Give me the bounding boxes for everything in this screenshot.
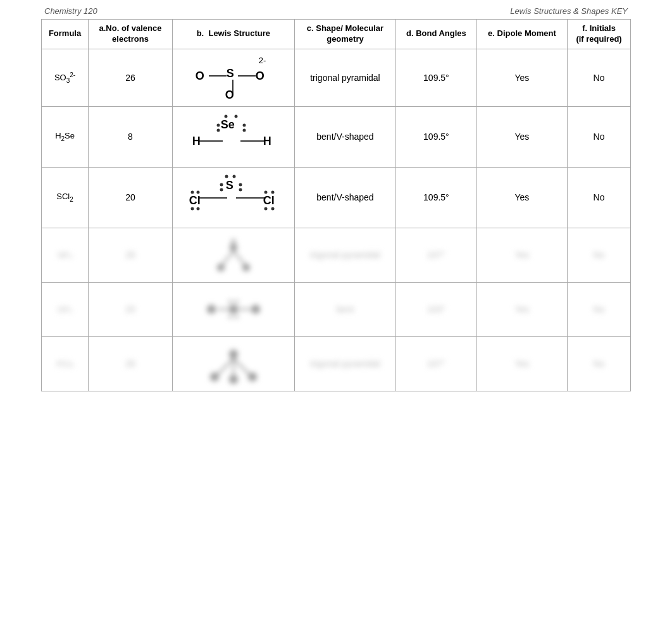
dipole-cell: Yes (476, 106, 567, 167)
bond-angle-blurred3: 107° (396, 336, 477, 391)
main-table: Formula a.No. of valenceelectrons b. Lew… (41, 19, 631, 391)
bond-angle-blurred2: 103° (396, 282, 477, 336)
dots-bot-lcl (189, 207, 202, 211)
dots-left-se (216, 122, 221, 132)
table-row: SCl2 20 S (42, 167, 631, 228)
bond-right-scl2 (236, 194, 265, 203)
blurred-lewis-svg3 (199, 341, 268, 386)
bond-angle-cell: 109.5° (396, 106, 477, 167)
dipole-cell: Yes (476, 49, 567, 106)
table-row: OF₂ 20 (42, 282, 631, 336)
svg-line-29 (233, 251, 246, 266)
svg-point-37 (251, 305, 260, 314)
right-cl: Cl (263, 194, 275, 207)
svg-point-24 (271, 190, 274, 194)
dots-left-s (220, 181, 225, 192)
svg-point-40 (228, 315, 232, 318)
svg-point-7 (242, 123, 246, 126)
svg-point-30 (217, 264, 225, 271)
bond-angle-cell: 109.5° (396, 167, 477, 228)
blurred-lewis-svg (199, 235, 268, 276)
table-row: SO32- 26 2- O S (42, 49, 631, 106)
col-dipole: e. Dipole Moment (476, 20, 567, 49)
valence-cell: 8 (89, 106, 173, 167)
valence-cell: 20 (89, 167, 173, 228)
dipole-cell: Yes (476, 167, 567, 228)
right-o: O (256, 70, 264, 83)
svg-line-43 (218, 359, 233, 374)
bond-angle-blurred: 107° (396, 228, 477, 282)
svg-point-36 (207, 305, 216, 314)
svg-point-4 (234, 114, 237, 118)
left-cl: Cl (189, 194, 201, 207)
svg-point-8 (242, 128, 246, 132)
svg-point-3 (224, 114, 227, 118)
center-se: Se (221, 118, 235, 132)
col-initials: f. Initials(if required) (568, 20, 631, 49)
lewis-cell-h2se: Se (172, 106, 294, 167)
dots-above-se (221, 114, 243, 119)
svg-point-13 (220, 183, 223, 186)
dots-top-lcl (189, 190, 202, 194)
initials-blurred3: No (568, 336, 631, 391)
dots-top-rcl (264, 190, 277, 194)
shape-cell: bent/V-shaped (294, 106, 395, 167)
svg-point-31 (242, 264, 250, 271)
svg-point-16 (239, 188, 242, 191)
blurred-lewis-svg2 (199, 289, 268, 330)
lewis-blurred (172, 228, 294, 282)
left-o: O (196, 70, 204, 83)
bond-right-h2se (240, 136, 264, 147)
page-header: Chemistry 120 Lewis Structures & Shapes … (0, 0, 672, 19)
charge-label: 2- (259, 56, 266, 65)
col-valence: a.No. of valenceelectrons (89, 20, 173, 49)
lewis-blurred3 (172, 336, 294, 391)
dots-bot-rcl (264, 207, 277, 211)
svg-point-48 (248, 372, 257, 381)
svg-line-45 (233, 359, 249, 374)
dots-right-s (239, 181, 244, 192)
table-row: PCl₃ 26 trigo (42, 336, 631, 391)
formula-cell: H2Se (42, 106, 89, 167)
center-s: S (227, 67, 234, 80)
initials-cell: No (568, 106, 631, 167)
svg-point-21 (196, 207, 199, 210)
col-bond-angles: d. Bond Angles (396, 20, 477, 49)
formula-cell-blurred2: OF₂ (42, 282, 89, 336)
svg-point-5 (216, 123, 220, 126)
col-lewis: b. Lewis Structure (172, 20, 294, 49)
bond-line-right (238, 73, 256, 81)
svg-point-23 (264, 190, 267, 194)
valence-blurred2: 20 (89, 282, 173, 336)
dots-above-s (224, 175, 238, 179)
svg-point-19 (196, 190, 199, 194)
initials-cell: No (568, 167, 631, 228)
svg-point-41 (235, 315, 238, 318)
course-label: Chemistry 120 (44, 6, 97, 16)
shape-blurred2: bent (294, 282, 395, 336)
svg-point-39 (235, 300, 238, 303)
initials-blurred: No (568, 228, 631, 282)
svg-point-38 (228, 300, 232, 303)
lewis-cell-so3: 2- O S O (172, 49, 294, 106)
svg-point-25 (264, 207, 267, 210)
shape-blurred3: trigonal pyramidal (294, 336, 395, 391)
svg-point-27 (230, 243, 237, 251)
svg-point-26 (271, 207, 274, 210)
key-label: Lewis Structures & Shapes KEY (510, 6, 628, 16)
svg-point-33 (229, 305, 238, 314)
bond-left-scl2 (198, 194, 227, 203)
svg-point-12 (232, 175, 235, 178)
shape-cell: bent/V-shaped (294, 167, 395, 228)
table-wrapper: Formula a.No. of valenceelectrons b. Lew… (41, 19, 631, 391)
left-h: H (192, 135, 201, 148)
valence-cell: 26 (89, 49, 173, 106)
col-shape: c. Shape/ Moleculargeometry (294, 20, 395, 49)
table-row: NF₃ 26 trigonal p (42, 228, 631, 282)
svg-point-47 (229, 375, 238, 384)
initials-blurred2: No (568, 282, 631, 336)
right-h: H (263, 135, 271, 148)
dipole-blurred2: Yes (476, 282, 567, 336)
formula-cell: SO32- (42, 49, 89, 106)
shape-blurred: trigonal pyramidal (294, 228, 395, 282)
